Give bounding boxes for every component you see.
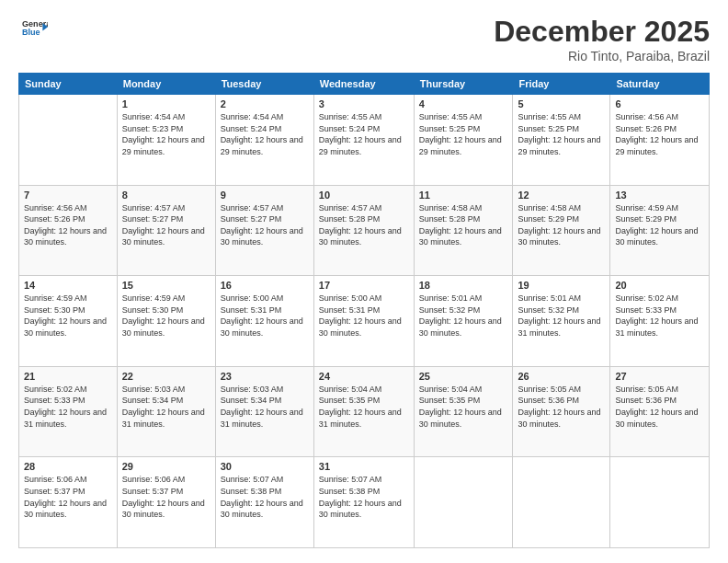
- day-number: 30: [221, 461, 309, 472]
- day-info: Sunrise: 4:58 AMSunset: 5:28 PMDaylight:…: [419, 202, 508, 248]
- day-info: Sunrise: 4:55 AMSunset: 5:24 PMDaylight:…: [319, 111, 409, 157]
- title-block: December 2025 Rio Tinto, Paraiba, Brazil: [494, 15, 710, 63]
- table-row: 20Sunrise: 5:02 AMSunset: 5:33 PMDayligh…: [610, 276, 710, 367]
- day-number: 13: [615, 190, 704, 201]
- day-info: Sunrise: 5:07 AMSunset: 5:38 PMDaylight:…: [319, 474, 409, 520]
- table-row: 26Sunrise: 5:05 AMSunset: 5:36 PMDayligh…: [513, 366, 610, 457]
- table-row: 6Sunrise: 4:56 AMSunset: 5:26 PMDaylight…: [610, 95, 710, 186]
- table-row: [414, 457, 513, 548]
- day-info: Sunrise: 5:04 AMSunset: 5:35 PMDaylight:…: [319, 384, 409, 430]
- day-number: 23: [221, 371, 309, 382]
- day-info: Sunrise: 5:03 AMSunset: 5:34 PMDaylight:…: [122, 384, 210, 430]
- day-number: 25: [419, 371, 508, 382]
- table-row: 5Sunrise: 4:55 AMSunset: 5:25 PMDaylight…: [513, 95, 610, 186]
- day-number: 12: [518, 190, 605, 201]
- day-number: 2: [221, 98, 309, 109]
- day-info: Sunrise: 4:59 AMSunset: 5:30 PMDaylight:…: [122, 293, 210, 339]
- day-number: 4: [419, 98, 508, 109]
- table-row: 3Sunrise: 4:55 AMSunset: 5:24 PMDaylight…: [313, 95, 414, 186]
- day-number: 22: [122, 371, 210, 382]
- day-number: 3: [319, 98, 409, 109]
- day-info: Sunrise: 5:06 AMSunset: 5:37 PMDaylight:…: [122, 474, 210, 520]
- day-info: Sunrise: 5:01 AMSunset: 5:32 PMDaylight:…: [419, 293, 508, 339]
- table-row: 17Sunrise: 5:00 AMSunset: 5:31 PMDayligh…: [313, 276, 414, 367]
- day-info: Sunrise: 5:05 AMSunset: 5:36 PMDaylight:…: [615, 384, 704, 430]
- day-number: 11: [419, 190, 508, 201]
- day-number: 19: [518, 280, 605, 291]
- day-info: Sunrise: 5:02 AMSunset: 5:33 PMDaylight:…: [615, 293, 704, 339]
- table-row: 30Sunrise: 5:07 AMSunset: 5:38 PMDayligh…: [215, 457, 313, 548]
- col-monday: Monday: [117, 74, 215, 95]
- calendar-page: General Blue December 2025 Rio Tinto, Pa…: [0, 0, 728, 563]
- col-thursday: Thursday: [414, 74, 513, 95]
- day-info: Sunrise: 5:07 AMSunset: 5:38 PMDaylight:…: [221, 474, 309, 520]
- table-row: 21Sunrise: 5:02 AMSunset: 5:33 PMDayligh…: [19, 366, 118, 457]
- table-row: 19Sunrise: 5:01 AMSunset: 5:32 PMDayligh…: [513, 276, 610, 367]
- day-number: 16: [221, 280, 309, 291]
- table-row: 4Sunrise: 4:55 AMSunset: 5:25 PMDaylight…: [414, 95, 513, 186]
- day-info: Sunrise: 4:57 AMSunset: 5:27 PMDaylight:…: [221, 202, 309, 248]
- location-subtitle: Rio Tinto, Paraiba, Brazil: [494, 49, 710, 63]
- day-info: Sunrise: 4:55 AMSunset: 5:25 PMDaylight:…: [518, 111, 605, 157]
- month-year-title: December 2025: [494, 15, 710, 49]
- col-friday: Friday: [513, 74, 610, 95]
- day-number: 9: [221, 190, 309, 201]
- table-row: 14Sunrise: 4:59 AMSunset: 5:30 PMDayligh…: [19, 276, 118, 367]
- table-row: 27Sunrise: 5:05 AMSunset: 5:36 PMDayligh…: [610, 366, 710, 457]
- day-info: Sunrise: 4:54 AMSunset: 5:23 PMDaylight:…: [122, 111, 210, 157]
- table-row: 1Sunrise: 4:54 AMSunset: 5:23 PMDaylight…: [117, 95, 215, 186]
- table-row: 25Sunrise: 5:04 AMSunset: 5:35 PMDayligh…: [414, 366, 513, 457]
- col-wednesday: Wednesday: [313, 74, 414, 95]
- table-row: [19, 95, 118, 186]
- day-info: Sunrise: 5:04 AMSunset: 5:35 PMDaylight:…: [419, 384, 508, 430]
- table-row: 10Sunrise: 4:57 AMSunset: 5:28 PMDayligh…: [313, 185, 414, 276]
- table-row: 2Sunrise: 4:54 AMSunset: 5:24 PMDaylight…: [215, 95, 313, 186]
- day-number: 14: [24, 280, 112, 291]
- table-row: 7Sunrise: 4:56 AMSunset: 5:26 PMDaylight…: [19, 185, 118, 276]
- day-info: Sunrise: 4:58 AMSunset: 5:29 PMDaylight:…: [518, 202, 605, 248]
- day-info: Sunrise: 4:56 AMSunset: 5:26 PMDaylight:…: [24, 202, 112, 248]
- day-info: Sunrise: 5:02 AMSunset: 5:33 PMDaylight:…: [24, 384, 112, 430]
- table-row: [610, 457, 710, 548]
- day-info: Sunrise: 5:03 AMSunset: 5:34 PMDaylight:…: [221, 384, 309, 430]
- day-info: Sunrise: 5:00 AMSunset: 5:31 PMDaylight:…: [221, 293, 309, 339]
- table-row: 24Sunrise: 5:04 AMSunset: 5:35 PMDayligh…: [313, 366, 414, 457]
- day-number: 20: [615, 280, 704, 291]
- day-info: Sunrise: 5:06 AMSunset: 5:37 PMDaylight:…: [24, 474, 112, 520]
- calendar-week-row: 7Sunrise: 4:56 AMSunset: 5:26 PMDaylight…: [19, 185, 710, 276]
- day-info: Sunrise: 4:57 AMSunset: 5:28 PMDaylight:…: [319, 202, 409, 248]
- day-number: 8: [122, 190, 210, 201]
- col-sunday: Sunday: [19, 74, 118, 95]
- day-number: 27: [615, 371, 704, 382]
- day-number: 5: [518, 98, 605, 109]
- day-info: Sunrise: 4:59 AMSunset: 5:30 PMDaylight:…: [24, 293, 112, 339]
- day-number: 1: [122, 98, 210, 109]
- table-row: 13Sunrise: 4:59 AMSunset: 5:29 PMDayligh…: [610, 185, 710, 276]
- calendar-week-row: 28Sunrise: 5:06 AMSunset: 5:37 PMDayligh…: [19, 457, 710, 548]
- calendar-week-row: 21Sunrise: 5:02 AMSunset: 5:33 PMDayligh…: [19, 366, 710, 457]
- day-number: 24: [319, 371, 409, 382]
- day-info: Sunrise: 5:00 AMSunset: 5:31 PMDaylight:…: [319, 293, 409, 339]
- logo: General Blue: [18, 15, 48, 44]
- day-number: 29: [122, 461, 210, 472]
- table-row: 15Sunrise: 4:59 AMSunset: 5:30 PMDayligh…: [117, 276, 215, 367]
- table-row: 18Sunrise: 5:01 AMSunset: 5:32 PMDayligh…: [414, 276, 513, 367]
- day-info: Sunrise: 4:56 AMSunset: 5:26 PMDaylight:…: [615, 111, 704, 157]
- table-row: 23Sunrise: 5:03 AMSunset: 5:34 PMDayligh…: [215, 366, 313, 457]
- day-info: Sunrise: 4:57 AMSunset: 5:27 PMDaylight:…: [122, 202, 210, 248]
- day-number: 28: [24, 461, 112, 472]
- table-row: 22Sunrise: 5:03 AMSunset: 5:34 PMDayligh…: [117, 366, 215, 457]
- day-number: 7: [24, 190, 112, 201]
- col-tuesday: Tuesday: [215, 74, 313, 95]
- day-info: Sunrise: 4:55 AMSunset: 5:25 PMDaylight:…: [419, 111, 508, 157]
- table-row: 8Sunrise: 4:57 AMSunset: 5:27 PMDaylight…: [117, 185, 215, 276]
- logo-icon: General Blue: [22, 15, 48, 40]
- calendar-table: Sunday Monday Tuesday Wednesday Thursday…: [18, 73, 710, 548]
- table-row: 29Sunrise: 5:06 AMSunset: 5:37 PMDayligh…: [117, 457, 215, 548]
- table-row: 16Sunrise: 5:00 AMSunset: 5:31 PMDayligh…: [215, 276, 313, 367]
- calendar-week-row: 14Sunrise: 4:59 AMSunset: 5:30 PMDayligh…: [19, 276, 710, 367]
- day-number: 26: [518, 371, 605, 382]
- day-info: Sunrise: 4:59 AMSunset: 5:29 PMDaylight:…: [615, 202, 704, 248]
- page-header: General Blue December 2025 Rio Tinto, Pa…: [18, 15, 710, 63]
- day-number: 31: [319, 461, 409, 472]
